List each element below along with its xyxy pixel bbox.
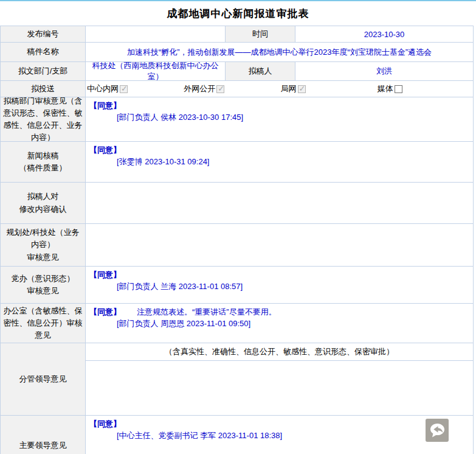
row-planning-opinion: 规划处/科技处（业务内容） 审核意见 — [1, 224, 474, 267]
checkbox[interactable] — [216, 85, 224, 93]
channel-option-label: 媒体 — [378, 83, 393, 94]
agree-stamp: 【同意】 — [89, 145, 121, 156]
scope-note: （含真实性、准确性、信息公开、敏感性、意识形态、保密审批） — [86, 343, 473, 361]
checkbox[interactable] — [120, 85, 128, 93]
signer-line: [部门负责人 侯林 2023-10-30 17:45] — [117, 112, 243, 124]
reply-bubble-icon[interactable] — [426, 419, 449, 442]
time-label: 时间 — [226, 26, 295, 43]
draft-dept-opinion-content: 【同意】 [部门负责人 侯林 2023-10-30 17:45] — [86, 97, 474, 142]
reviewer-note: 注意规范表述。“重要讲话”尽量不要用。 — [137, 307, 277, 316]
signer-line: [中心主任、党委副书记 李军 2023-11-01 18:38] — [117, 430, 282, 442]
row-publish-number: 发布编号 时间 2023-10-30 — [1, 26, 474, 43]
agree-note-line: 【同意】注意规范表述。“重要讲话”尽量不要用。 — [89, 307, 277, 318]
row-article-title: 稿件名称 加速科技“孵化”，推动创新发展——成都地调中心举行2023年度“刘宝珺… — [1, 43, 474, 62]
channel-options: 中心内网外网公开局网媒体 — [86, 81, 474, 97]
row-draft-dept-opinion: 拟稿部门审核意见（含意识形态、保密性、敏感性、信息公开、业务内容） 【同意】 [… — [1, 97, 474, 142]
drafter-value: 刘洪 — [295, 62, 474, 81]
channel-option: 媒体 — [376, 83, 473, 94]
chief-leader-opinion-content: 【同意】 [中心主任、党委副书记 李军 2023-11-01 18:38] — [86, 416, 474, 454]
agree-stamp: 【同意】 — [89, 307, 121, 316]
planning-opinion-label: 规划处/科技处（业务内容） 审核意见 — [1, 224, 86, 267]
publish-number-value — [86, 26, 226, 43]
channel-option-label: 中心内网 — [87, 83, 119, 94]
deputy-leader-opinion-label: 分管领导意见 — [1, 343, 86, 416]
signer-line: [部门负责人 兰海 2023-11-01 08:57] — [117, 281, 243, 293]
article-title-value: 加速科技“孵化”，推动创新发展——成都地调中心举行2023年度“刘宝珺院士基金”… — [86, 43, 474, 62]
agree-stamp: 【同意】 — [89, 419, 121, 430]
row-deputy-leader-opinion: 分管领导意见 （含真实性、准确性、信息公开、敏感性、意识形态、保密审批） — [1, 343, 474, 416]
general-office-opinion-label: 办公室（含敏感性、保密性、信息公开）审核意见 — [1, 304, 86, 343]
page-title: 成都地调中心新闻报道审批表 — [0, 2, 476, 26]
approval-table: 发布编号 时间 2023-10-30 稿件名称 加速科技“孵化”，推动创新发展—… — [0, 26, 474, 454]
approval-form-page: 成都地调中心新闻报道审批表 发布编号 时间 2023-10-30 稿件名称 加速… — [0, 0, 476, 454]
chief-leader-opinion-label: 主要领导意见 — [1, 416, 86, 454]
deputy-leader-opinion-empty — [86, 361, 473, 415]
news-review-content: 【同意】 [张雯博 2023-10-31 09:24] — [86, 142, 474, 183]
channel-option-label: 外网公开 — [184, 83, 215, 94]
row-department: 拟文部门/支部 科技处（西南地质科技创新中心办公室） 拟稿人 刘洪 — [1, 62, 474, 81]
row-drafter-confirm: 拟稿人对 修改内容确认 — [1, 183, 474, 224]
channels-label: 拟投送 — [1, 81, 86, 97]
drafter-confirm-label: 拟稿人对 修改内容确认 — [1, 183, 86, 224]
checkbox[interactable] — [395, 85, 402, 93]
agree-stamp: 【同意】 — [89, 100, 121, 112]
department-value: 科技处（西南地质科技创新中心办公室） — [86, 62, 226, 81]
row-channels: 拟投送 中心内网外网公开局网媒体 — [1, 81, 474, 97]
drafter-confirm-content — [86, 183, 474, 224]
publish-number-label: 发布编号 — [1, 26, 86, 43]
channel-option: 局网 — [280, 83, 376, 94]
checkbox[interactable] — [298, 85, 306, 93]
general-office-opinion-content: 【同意】注意规范表述。“重要讲话”尽量不要用。 [部门负责人 周恩恩 2023-… — [86, 304, 474, 343]
party-office-opinion-label: 党办（意识形态） 审核意见 — [1, 267, 86, 304]
channel-option: 中心内网 — [86, 83, 182, 94]
signer-line: [张雯博 2023-10-31 09:24] — [117, 156, 209, 168]
deputy-leader-opinion-content: （含真实性、准确性、信息公开、敏感性、意识形态、保密审批） — [86, 343, 474, 416]
row-chief-leader-opinion: 主要领导意见 【同意】 [中心主任、党委副书记 李军 2023-11-01 18… — [1, 416, 474, 454]
row-party-office-opinion: 党办（意识形态） 审核意见 【同意】 [部门负责人 兰海 2023-11-01 … — [1, 267, 474, 304]
drafter-label: 拟稿人 — [226, 62, 295, 81]
row-general-office-opinion: 办公室（含敏感性、保密性、信息公开）审核意见 【同意】注意规范表述。“重要讲话”… — [1, 304, 474, 343]
planning-opinion-content — [86, 224, 474, 267]
article-title-label: 稿件名称 — [1, 43, 86, 62]
row-news-review: 新闻核稿 （稿件质量） 【同意】 [张雯博 2023-10-31 09:24] — [1, 142, 474, 183]
channel-option-label: 局网 — [281, 83, 297, 94]
draft-dept-opinion-label: 拟稿部门审核意见（含意识形态、保密性、敏感性、信息公开、业务内容） — [1, 97, 86, 142]
party-office-opinion-content: 【同意】 [部门负责人 兰海 2023-11-01 08:57] — [86, 267, 474, 304]
agree-stamp: 【同意】 — [89, 270, 121, 281]
channel-option: 外网公开 — [182, 83, 279, 94]
news-review-label: 新闻核稿 （稿件质量） — [1, 142, 86, 183]
signer-line: [部门负责人 周恩恩 2023-11-01 09:50] — [117, 318, 250, 330]
department-label: 拟文部门/支部 — [1, 62, 86, 81]
time-value: 2023-10-30 — [295, 26, 474, 43]
